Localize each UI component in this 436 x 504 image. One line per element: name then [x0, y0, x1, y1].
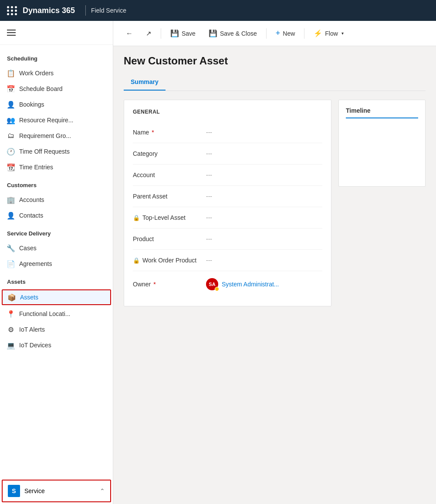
sidebar-label-cases: Cases — [19, 245, 37, 252]
accounts-icon: 🏢 — [7, 196, 15, 204]
field-value-product[interactable]: --- — [203, 234, 322, 244]
section-title-general: GENERAL — [133, 109, 322, 115]
new-label: New — [283, 30, 295, 37]
save-label: Save — [182, 30, 196, 37]
new-button[interactable]: + New — [270, 25, 301, 41]
timeline-title: Timeline — [346, 107, 418, 118]
work-order-lock-icon: 🔒 — [133, 257, 140, 264]
save-button[interactable]: 💾 Save — [165, 26, 201, 41]
sidebar-label-contacts: Contacts — [19, 212, 43, 219]
sidebar-item-cases[interactable]: 🔧 Cases — [0, 240, 113, 256]
owner-badge — [215, 287, 219, 291]
sidebar: Scheduling 📋 Work Orders 📅 Schedule Boar… — [0, 21, 113, 504]
field-row-work-order-product: 🔒 Work Order Product --- — [133, 250, 322, 271]
flow-button[interactable]: ⚡ Flow ▾ — [308, 26, 349, 41]
sidebar-item-iot-alerts[interactable]: ⚙ IoT Alerts — [0, 322, 113, 337]
field-label-owner: Owner * — [133, 281, 203, 288]
owner-label-text: Owner — [133, 281, 151, 288]
field-value-top-level-asset: --- — [203, 212, 322, 223]
service-left: S Service — [8, 485, 45, 497]
back-button[interactable]: ← — [120, 26, 139, 41]
general-section: GENERAL Name * --- Categor — [124, 100, 331, 306]
header-divider — [85, 5, 86, 16]
field-label-work-order-product: 🔒 Work Order Product — [133, 257, 203, 264]
name-required-star: * — [152, 129, 154, 136]
sidebar-item-agreements[interactable]: 📄 Agreements — [0, 256, 113, 272]
field-value-parent-asset[interactable]: --- — [203, 191, 322, 202]
flow-label: Flow — [325, 30, 338, 37]
name-label-text: Name — [133, 129, 149, 136]
owner-name: System Administrat... — [222, 281, 279, 288]
sidebar-label-iot-alerts: IoT Alerts — [19, 326, 45, 333]
account-label-text: Account — [133, 171, 155, 178]
top-level-label-text: Top-Level Asset — [142, 214, 186, 221]
hamburger-menu[interactable] — [5, 28, 108, 37]
time-off-icon: 🕐 — [7, 148, 15, 155]
assets-icon: 📦 — [8, 293, 16, 301]
field-label-name: Name * — [133, 129, 203, 136]
timeline-panel: Timeline — [338, 100, 426, 187]
sidebar-item-time-entries[interactable]: 📆 Time Entries — [0, 159, 113, 175]
save-icon: 💾 — [170, 29, 179, 37]
sidebar-item-contacts[interactable]: 👤 Contacts — [0, 208, 113, 223]
sidebar-top — [0, 21, 113, 45]
field-value-name[interactable]: --- — [203, 127, 322, 138]
field-row-category: Category --- — [133, 143, 322, 165]
sidebar-label-schedule-board: Schedule Board — [19, 85, 63, 92]
sidebar-label-service: Service — [24, 487, 45, 494]
field-label-top-level-asset: 🔒 Top-Level Asset — [133, 214, 203, 221]
sidebar-bottom-service[interactable]: S Service ⌃ — [2, 480, 111, 502]
sidebar-item-requirement-gro[interactable]: 🗂 Requirement Gro... — [0, 128, 113, 144]
sidebar-item-assets[interactable]: 📦 Assets — [2, 289, 111, 305]
sidebar-item-iot-devices[interactable]: 💻 IoT Devices — [0, 337, 113, 353]
bookings-icon: 👤 — [7, 101, 15, 108]
sidebar-label-agreements: Agreements — [19, 260, 52, 267]
field-label-parent-asset: Parent Asset — [133, 193, 203, 200]
form-side: Timeline — [338, 100, 426, 313]
sidebar-item-schedule-board[interactable]: 📅 Schedule Board — [0, 81, 113, 97]
open-new-window-button[interactable]: ↗ — [140, 26, 157, 41]
chevron-icon: ⌃ — [100, 487, 105, 494]
section-customers: Customers — [0, 175, 113, 192]
sidebar-label-time-off: Time Off Requests — [19, 148, 70, 155]
module-name: Field Service — [91, 7, 126, 14]
section-scheduling: Scheduling — [0, 48, 113, 65]
field-row-account: Account --- — [133, 165, 322, 186]
field-row-top-level-asset: 🔒 Top-Level Asset --- — [133, 207, 322, 228]
section-service-delivery: Service Delivery — [0, 223, 113, 240]
field-label-category: Category — [133, 150, 203, 157]
sidebar-item-bookings[interactable]: 👤 Bookings — [0, 97, 113, 112]
sidebar-item-work-orders[interactable]: 📋 Work Orders — [0, 65, 113, 81]
main-layout: Scheduling 📋 Work Orders 📅 Schedule Boar… — [0, 21, 436, 504]
sidebar-item-functional-locati[interactable]: 📍 Functional Locati... — [0, 306, 113, 322]
sidebar-item-time-off-requests[interactable]: 🕐 Time Off Requests — [0, 144, 113, 159]
field-row-owner: Owner * SA System Administrat... — [133, 271, 322, 297]
top-header: Dynamics 365 Field Service — [0, 0, 436, 21]
app-name: Dynamics 365 — [23, 6, 75, 15]
content-area: ← ↗ 💾 Save 💾 Save & Close + New ⚡ F — [113, 21, 436, 504]
form-main: GENERAL Name * --- Categor — [124, 100, 331, 313]
new-icon: + — [276, 29, 281, 38]
sidebar-content: Scheduling 📋 Work Orders 📅 Schedule Boar… — [0, 45, 113, 478]
sidebar-item-resource-require[interactable]: 👥 Resource Require... — [0, 112, 113, 128]
agreements-icon: 📄 — [7, 260, 15, 268]
field-value-account[interactable]: --- — [203, 170, 322, 180]
sidebar-label-resource-require: Resource Require... — [19, 117, 74, 124]
tab-summary[interactable]: Summary — [124, 74, 166, 91]
open-icon: ↗ — [146, 30, 152, 37]
apps-icon[interactable] — [7, 6, 17, 15]
field-row-name: Name * --- — [133, 122, 322, 143]
back-icon: ← — [126, 30, 133, 37]
contacts-icon: 👤 — [7, 212, 15, 219]
field-value-owner[interactable]: SA System Administrat... — [203, 276, 322, 292]
category-label-text: Category — [133, 150, 158, 157]
save-close-button[interactable]: 💾 Save & Close — [203, 26, 263, 41]
field-label-product: Product — [133, 235, 203, 242]
sidebar-item-accounts[interactable]: 🏢 Accounts — [0, 192, 113, 208]
sidebar-label-requirement-gro: Requirement Gro... — [19, 132, 71, 139]
sidebar-label-iot-devices: IoT Devices — [19, 342, 51, 349]
field-value-category[interactable]: --- — [203, 148, 322, 159]
page-title: New Customer Asset — [124, 55, 426, 67]
flow-icon: ⚡ — [314, 29, 322, 37]
iot-alerts-icon: ⚙ — [7, 326, 15, 333]
